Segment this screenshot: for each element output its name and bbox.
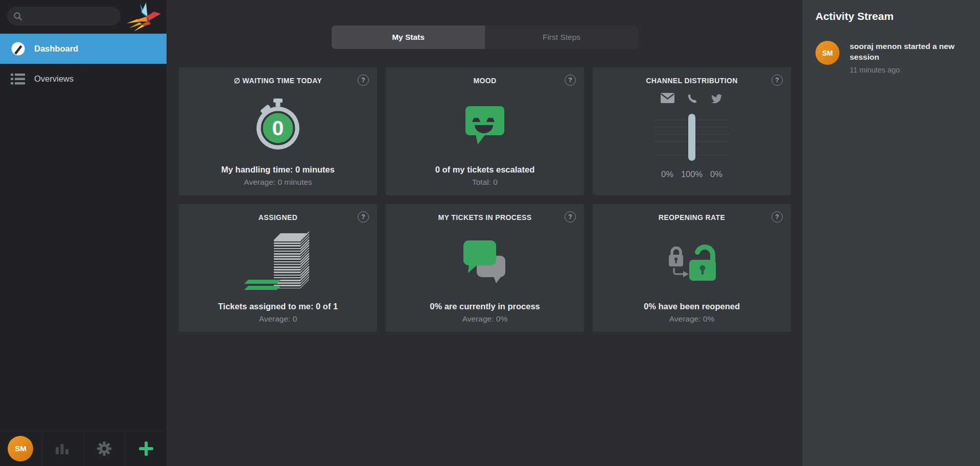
channel-percent-phone: 100% [680, 169, 704, 179]
tab-my-stats[interactable]: My Stats [332, 26, 485, 49]
stat-primary-text: My handling time: 0 minutes [221, 165, 335, 175]
help-icon[interactable]: ? [565, 75, 576, 86]
card-waiting-time: ∅ WAITING TIME TODAY ? 0 My handling tim… [179, 67, 377, 195]
search-icon [13, 12, 22, 21]
settings-button[interactable] [83, 431, 125, 466]
card-channel-distribution: CHANNEL DISTRIBUTION ? [593, 67, 791, 195]
card-assigned: ASSIGNED ? Tickets assigned to me: 0 of … [179, 204, 377, 332]
stat-secondary-text: Total: 0 [472, 178, 498, 187]
activity-text: sooraj menon started a new session [850, 41, 966, 63]
card-reopening-rate: REOPENING RATE ? [593, 204, 791, 332]
sidebar-nav: Dashboard Overviews [0, 34, 167, 94]
dashboard-gauge-icon [10, 42, 26, 56]
stats-grid: ∅ WAITING TIME TODAY ? 0 My handling tim… [179, 67, 791, 332]
phone-icon [680, 93, 704, 105]
user-menu-button[interactable]: SM [0, 431, 41, 466]
stat-secondary-text: Average: 0 [259, 314, 297, 324]
activity-item[interactable]: SM sooraj menon started a new session 11… [815, 41, 967, 74]
help-icon[interactable]: ? [772, 75, 783, 86]
sidebar: Dashboard Overviews SM [0, 0, 167, 466]
tab-label: My Stats [392, 33, 425, 42]
channel-bar-chart [654, 113, 730, 162]
card-title: REOPENING RATE [659, 213, 726, 222]
dashboard-tabs: My Stats First Steps [332, 26, 638, 49]
stat-secondary-text: Average: 0% [462, 314, 507, 324]
overviews-list-icon [10, 73, 26, 85]
stat-primary-text: Tickets assigned to me: 0 of 1 [218, 302, 338, 311]
search-box[interactable] [7, 7, 121, 26]
channel-percentages: 0% 100% 0% [655, 169, 729, 179]
card-mood: MOOD ? 0 of my tickets escalated Total: … [386, 67, 584, 195]
sidebar-search-row [0, 0, 167, 34]
channel-percent-twitter: 0% [704, 169, 729, 179]
tab-label: First Steps [543, 33, 580, 42]
stat-primary-text: 0% are currently in process [430, 302, 540, 311]
main-content: My Stats First Steps ∅ WAITING TIME TODA… [167, 0, 802, 466]
channel-icons-row [655, 93, 729, 105]
channel-percent-email: 0% [655, 169, 680, 179]
reopen-locks-icon [601, 222, 783, 302]
activity-avatar: SM [815, 41, 839, 65]
card-tickets-in-process: MY TICKETS IN PROCESS ? 0% are c [386, 204, 584, 332]
search-input[interactable] [27, 12, 113, 20]
channel-chart-area: 0% 100% 0% [601, 85, 783, 187]
plus-icon [138, 440, 154, 457]
card-title: MY TICKETS IN PROCESS [438, 213, 531, 222]
help-icon[interactable]: ? [565, 211, 576, 223]
stopwatch-icon: 0 [187, 85, 369, 165]
sidebar-item-dashboard[interactable]: Dashboard [0, 34, 167, 64]
card-title: MOOD [473, 77, 496, 85]
sidebar-item-overviews[interactable]: Overviews [0, 64, 167, 94]
sidebar-footer: SM [0, 430, 167, 466]
stat-secondary-text: Average: 0 minutes [244, 178, 312, 187]
stat-primary-text: 0 of my tickets escalated [435, 165, 534, 175]
sidebar-item-label: Overviews [34, 74, 74, 84]
bar-chart-icon [56, 443, 69, 454]
activity-panel: Activity Stream SM sooraj menon started … [802, 0, 980, 466]
stat-primary-text: 0% have been reopened [644, 302, 740, 311]
paper-stack-icon [244, 233, 312, 290]
help-icon[interactable]: ? [358, 75, 369, 86]
sidebar-item-label: Dashboard [34, 44, 78, 54]
add-button[interactable] [125, 431, 167, 466]
stopwatch-value: 0 [272, 116, 284, 140]
chat-bubbles-icon [394, 222, 576, 302]
card-title: ∅ WAITING TIME TODAY [234, 77, 322, 85]
app-logo-bird-icon[interactable] [125, 2, 162, 33]
help-icon[interactable]: ? [358, 211, 369, 223]
user-avatar: SM [8, 436, 33, 461]
channel-bar-phone [688, 114, 695, 161]
email-icon [655, 93, 680, 105]
help-icon[interactable]: ? [772, 211, 783, 223]
card-title: CHANNEL DISTRIBUTION [646, 77, 738, 85]
tab-first-steps[interactable]: First Steps [485, 26, 638, 49]
card-title: ASSIGNED [259, 213, 297, 222]
stat-secondary-text: Average: 0% [669, 314, 714, 324]
mood-smiley-icon [394, 85, 576, 165]
stats-button[interactable] [41, 431, 83, 466]
activity-time: 11 minutes ago [850, 66, 966, 74]
app-root: Dashboard Overviews SM [0, 0, 980, 466]
gear-icon [97, 442, 111, 456]
activity-title: Activity Stream [815, 10, 967, 22]
twitter-icon [704, 93, 729, 105]
